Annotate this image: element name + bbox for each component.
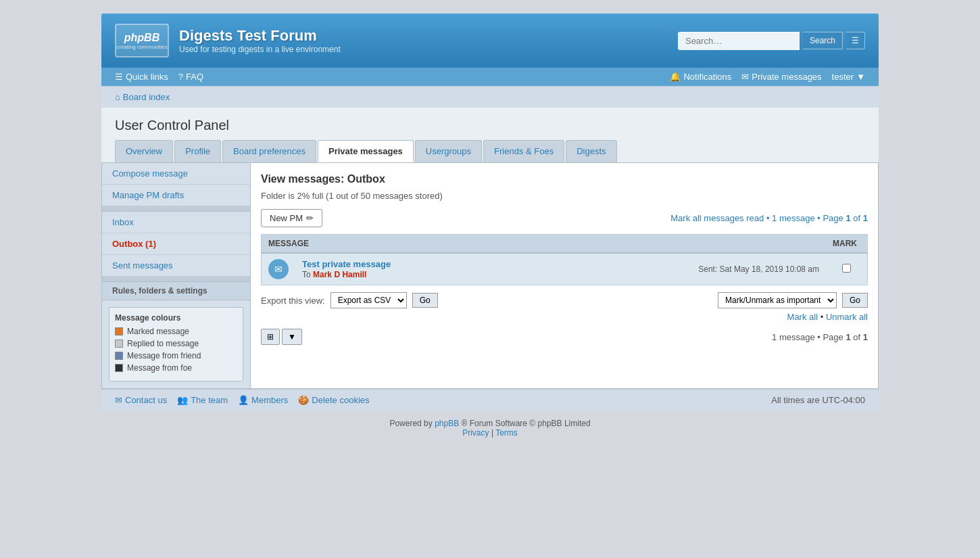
logo-main-text: phpBB <box>124 32 160 44</box>
tab-overview[interactable]: Overview <box>115 140 173 162</box>
colour-replied: Replied to message <box>115 339 237 348</box>
message-colours-box: Message colours Marked message Replied t… <box>109 307 243 381</box>
tab-usergroups[interactable]: Usergroups <box>415 140 482 162</box>
advanced-search-button[interactable]: ☰ <box>846 32 865 49</box>
site-header: phpBB creating communities Digests Test … <box>101 14 879 68</box>
export-left: Export this view: Export as CSV Go <box>261 292 438 308</box>
table-header-row: MESSAGE MARK <box>262 235 868 254</box>
msg-mark-cell <box>826 253 868 285</box>
sidebar-compose-message[interactable]: Compose message <box>102 163 250 185</box>
bottom-page-total: 1 <box>863 332 868 342</box>
quick-links-menu[interactable]: ☰ Quick links <box>115 72 168 82</box>
mark-all-link[interactable]: Mark all <box>787 312 818 322</box>
notifications-link[interactable]: 🔔 Notifications <box>670 72 731 82</box>
list-icon: ☰ <box>115 72 123 82</box>
the-team-link[interactable]: 👥 The team <box>177 395 228 405</box>
cookies-icon: 🍪 <box>298 395 309 405</box>
contact-icon: ✉ <box>115 395 122 405</box>
page-label-top: Page <box>823 213 843 223</box>
search-button[interactable]: Search <box>803 32 843 49</box>
phpbb-link[interactable]: phpBB <box>435 419 459 428</box>
terms-link[interactable]: Terms <box>495 428 518 438</box>
foe-colour-label: Message from foe <box>127 363 192 373</box>
breadcrumb-label: Board index <box>123 92 170 102</box>
separator: | <box>491 428 493 438</box>
export-select[interactable]: Export as CSV <box>330 292 407 308</box>
sort-buttons: ⊞ ▼ <box>261 329 302 345</box>
tab-friends-foes[interactable]: Friends & Foes <box>483 140 564 162</box>
contact-us-link[interactable]: ✉ Contact us <box>115 395 167 405</box>
header-search: Search ☰ <box>678 32 865 50</box>
members-link[interactable]: 👤 Members <box>238 395 288 405</box>
navbar: ☰ Quick links ? FAQ 🔔 Notifications ✉ Pr… <box>101 68 879 86</box>
mark-select[interactable]: Mark/Unmark as important <box>718 292 837 308</box>
page-total-top: 1 <box>863 213 868 223</box>
new-pm-button[interactable]: New PM ✏ <box>261 209 322 227</box>
sort-button-1[interactable]: ⊞ <box>261 329 280 345</box>
tab-digests[interactable]: Digests <box>566 140 616 162</box>
sort-button-2[interactable]: ▼ <box>282 329 302 345</box>
footer-nav: ✉ Contact us 👥 The team 👤 Members 🍪 Dele… <box>101 389 879 411</box>
colour-foe: Message from foe <box>115 363 237 373</box>
sidebar-outbox[interactable]: Outbox (1) <box>102 233 250 255</box>
username-label: tester <box>832 72 854 82</box>
mark-go-button[interactable]: Go <box>842 293 868 308</box>
tab-board-preferences[interactable]: Board preferences <box>222 140 316 162</box>
replied-colour-label: Replied to message <box>127 339 199 348</box>
search-input[interactable] <box>678 32 800 50</box>
faq-link[interactable]: ? FAQ <box>178 72 203 82</box>
powered-by-text: Powered by <box>389 419 432 428</box>
mark-all-row: Mark all • Unmark all <box>261 312 868 322</box>
site-description: Used for testing digests in a live envir… <box>179 45 341 54</box>
message-subject-link[interactable]: Test private message <box>302 259 391 269</box>
home-icon: ⌂ <box>115 92 120 102</box>
private-messages-label: Private messages <box>752 72 821 82</box>
export-go-button[interactable]: Go <box>412 293 438 308</box>
msg-colours-title: Message colours <box>115 313 237 323</box>
export-row: Export this view: Export as CSV Go Mark/… <box>261 292 868 308</box>
marked-colour-label: Marked message <box>127 327 189 336</box>
privacy-link[interactable]: Privacy <box>462 428 489 438</box>
friend-colour-swatch <box>115 352 123 360</box>
team-label: The team <box>191 395 228 405</box>
team-icon: 👥 <box>177 395 188 405</box>
tab-profile[interactable]: Profile <box>174 140 221 162</box>
site-name: Digests Test Forum <box>179 27 341 45</box>
main-content: User Control Panel Overview Profile Boar… <box>101 108 879 389</box>
delete-cookies-link[interactable]: 🍪 Delete cookies <box>298 395 369 405</box>
bottom-page-current: 1 <box>846 332 850 342</box>
msg-mark-checkbox[interactable] <box>842 264 851 273</box>
mark-all-messages-read-link[interactable]: Mark all messages read <box>670 213 764 223</box>
sidebar-sent-messages[interactable]: Sent messages <box>102 255 250 277</box>
msg-subject-cell: Test private message To Mark D Hamill <box>295 253 524 285</box>
trademark-text: ® Forum Software © phpBB Limited <box>462 419 591 428</box>
members-icon: 👤 <box>238 395 249 405</box>
sidebar-manage-drafts[interactable]: Manage PM drafts <box>102 185 250 206</box>
breadcrumb-bar: ⌂ Board index <box>101 86 879 108</box>
bottom-nav: ⊞ ▼ 1 message • Page 1 of 1 <box>261 329 868 345</box>
unmark-all-link[interactable]: Unmark all <box>826 312 868 322</box>
sidebar-divider-2 <box>102 277 250 282</box>
private-messages-link[interactable]: ✉ Private messages <box>741 72 821 82</box>
header-left: phpBB creating communities Digests Test … <box>115 24 341 57</box>
notifications-label: Notifications <box>683 72 731 82</box>
sidebar-rules-label: Rules, folders & settings <box>102 282 250 300</box>
msg-to-label: To Mark D Hamill <box>302 270 366 279</box>
sidebar-inbox[interactable]: Inbox <box>102 212 250 233</box>
top-actions: New PM ✏ Mark all messages read • 1 mess… <box>261 209 868 227</box>
new-pm-label: New PM <box>270 213 303 223</box>
user-menu[interactable]: tester ▼ <box>832 72 865 82</box>
bottom-of-label: of <box>853 332 860 342</box>
table-row: ✉ Test private message To Mark D Hamill <box>262 253 868 285</box>
page-nav-top: Mark all messages read • 1 message • Pag… <box>670 213 868 223</box>
logo-box[interactable]: phpBB creating communities <box>115 24 169 57</box>
breadcrumb-board-index[interactable]: ⌂ Board index <box>115 92 865 102</box>
msg-date-cell: Sent: Sat May 18, 2019 10:08 am <box>524 253 826 285</box>
bottom-footer: Powered by phpBB ® Forum Software © phpB… <box>101 411 879 446</box>
pencil-icon: ✏ <box>306 213 314 223</box>
msg-recipient-link[interactable]: Mark D Hamill <box>313 270 366 279</box>
friend-colour-label: Message from friend <box>127 351 201 361</box>
replied-colour-swatch <box>115 340 123 348</box>
message-icon: ✉ <box>268 259 289 279</box>
tab-private-messages[interactable]: Private messages <box>318 140 414 162</box>
